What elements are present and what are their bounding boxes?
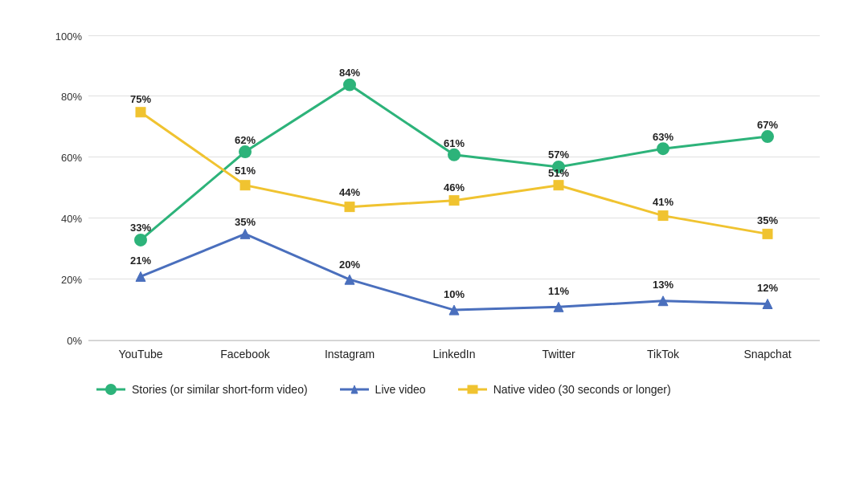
x-label-tiktok: TikTok: [611, 348, 715, 361]
live-label-5: 13%: [653, 279, 674, 291]
stories-legend-label: Stories (or similar short-form video): [132, 383, 308, 396]
svg-rect-5: [468, 385, 477, 393]
native-dot-4: [554, 180, 563, 189]
legend-stories: Stories (or similar short-form video): [96, 383, 308, 396]
x-label-snapchat: Snapchat: [715, 348, 820, 361]
stories-label-1: 62%: [235, 133, 256, 145]
legend: Stories (or similar short-form video) Li…: [88, 383, 820, 396]
native-dot-1: [240, 180, 250, 189]
native-dot-0: [136, 107, 145, 116]
live-legend-icon: [340, 383, 369, 396]
y-label-60: 60%: [61, 152, 82, 164]
stories-dot-6: [762, 131, 773, 142]
y-label-100: 100%: [55, 30, 82, 42]
native-dot-2: [345, 202, 354, 211]
y-label-40: 40%: [61, 212, 82, 224]
stories-dot-1: [240, 146, 251, 157]
x-label-twitter: Twitter: [506, 348, 611, 361]
y-label-0: 0%: [67, 334, 82, 346]
stories-dot-5: [657, 143, 669, 154]
live-label-4: 11%: [548, 285, 569, 297]
x-label-youtube: YouTube: [88, 348, 193, 361]
live-dot-0: [136, 271, 145, 281]
legend-native-video: Native video (30 seconds or longer): [458, 383, 671, 396]
native-dot-6: [763, 229, 772, 238]
native-label-6: 35%: [757, 214, 778, 226]
stories-label-2: 84%: [339, 66, 360, 78]
stories-label-4: 57%: [548, 148, 569, 160]
stories-label-3: 61%: [444, 136, 465, 149]
native-legend-label: Native video (30 seconds or longer): [493, 383, 671, 396]
live-label-3: 10%: [444, 288, 465, 300]
chart-container: 0% 20% 40% 60% 80% 100%: [32, 20, 836, 478]
live-label-6: 12%: [757, 282, 778, 294]
native-label-4: 51%: [548, 166, 569, 178]
stories-label-6: 67%: [757, 118, 778, 130]
chart-area: 0% 20% 40% 60% 80% 100%: [88, 36, 820, 341]
live-label-1: 35%: [235, 216, 256, 228]
stories-dot-2: [344, 79, 355, 90]
stories-legend-icon: [96, 383, 125, 396]
stories-dot-3: [448, 149, 460, 160]
chart-svg: 33% 62% 84% 61% 57% 63% 67% 75% 51% 44% …: [88, 36, 820, 340]
native-dot-3: [449, 195, 459, 205]
native-label-0: 75%: [130, 92, 151, 104]
stories-label-5: 63%: [653, 130, 674, 142]
native-dot-5: [658, 210, 668, 220]
live-dot-1: [240, 229, 250, 238]
stories-label-0: 33%: [130, 222, 151, 234]
native-label-2: 44%: [339, 186, 360, 198]
live-label-0: 21%: [130, 255, 151, 267]
native-label-5: 41%: [653, 196, 674, 208]
legend-live-video: Live video: [340, 383, 426, 396]
x-axis-labels: YouTube Facebook Instagram LinkedIn Twit…: [88, 348, 820, 361]
svg-point-1: [106, 385, 116, 394]
x-label-linkedin: LinkedIn: [402, 348, 506, 361]
x-label-instagram: Instagram: [297, 348, 402, 361]
x-label-facebook: Facebook: [193, 348, 297, 361]
live-legend-label: Live video: [375, 383, 426, 396]
y-label-80: 80%: [61, 91, 82, 103]
live-label-2: 20%: [339, 259, 360, 271]
native-label-3: 46%: [444, 181, 465, 194]
stories-dot-0: [135, 234, 146, 245]
native-legend-icon: [458, 383, 487, 396]
native-label-1: 51%: [235, 164, 256, 176]
y-label-20: 20%: [61, 273, 82, 285]
